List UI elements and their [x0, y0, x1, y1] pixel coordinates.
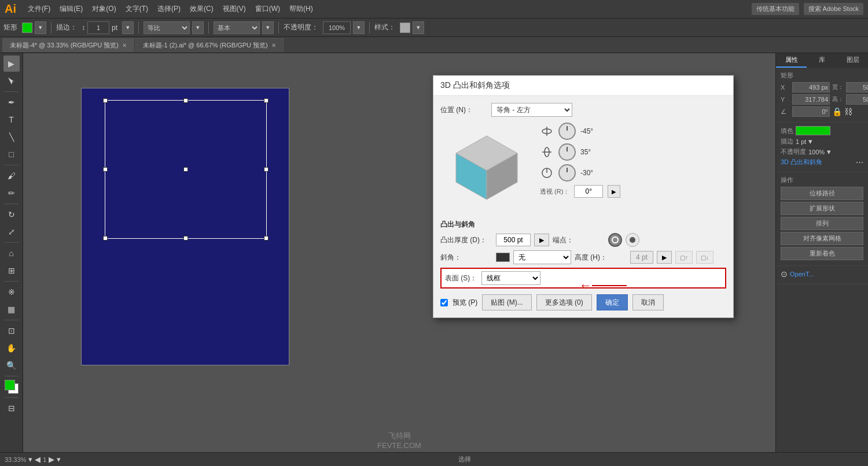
opacity-btn[interactable]: ▾: [353, 21, 365, 34]
tool-free-transform[interactable]: ⊞: [3, 262, 20, 279]
tool-rect[interactable]: □: [3, 146, 20, 162]
rp-w-input[interactable]: [846, 82, 868, 93]
tool-pen[interactable]: ✒: [3, 94, 20, 110]
rp-x-input[interactable]: [792, 82, 830, 93]
tab-0[interactable]: 未标题-4* @ 33.33% (RGB/GPU 预览) ✕: [2, 38, 134, 52]
cancel-button[interactable]: 取消: [632, 294, 664, 310]
extrude-depth-arrow[interactable]: ▶: [534, 234, 549, 246]
handle-br[interactable]: [264, 236, 269, 241]
page-down-btn[interactable]: ▾: [57, 455, 61, 464]
rp-btn-expand[interactable]: 扩展形状: [781, 202, 863, 215]
handle-ml[interactable]: [103, 167, 108, 172]
rp-btn-align-pixel[interactable]: 对齐像素网格: [781, 232, 863, 245]
rp-stroke-arrow[interactable]: ▾: [808, 137, 812, 146]
next-page-btn[interactable]: ▶: [49, 455, 54, 464]
y-dial[interactable]: [558, 143, 576, 161]
rp-btn-arrange[interactable]: 排列: [781, 217, 863, 230]
rp-tab-properties[interactable]: 属性: [776, 53, 807, 68]
bevel-row: 斜角： 无 高度 (H)： ▶ ▢↑ ▢↓: [440, 250, 726, 264]
rp-btn-offset[interactable]: 位移路径: [781, 187, 863, 200]
handle-bm[interactable]: [183, 236, 188, 241]
basic-preset-select[interactable]: 基本: [214, 21, 260, 34]
tool-warp[interactable]: ⌂: [3, 245, 20, 261]
cap-open-btn[interactable]: [608, 233, 622, 247]
rp-opacity-arrow[interactable]: ▾: [827, 147, 831, 156]
fill-color-box[interactable]: [22, 23, 32, 33]
tab-1-close[interactable]: ✕: [271, 42, 276, 49]
zoom-down-btn[interactable]: ▾: [28, 455, 32, 464]
extrude-depth-input[interactable]: [496, 234, 531, 246]
menu-select[interactable]: 选择(P): [153, 2, 185, 16]
menu-help[interactable]: 帮助(H): [285, 2, 318, 16]
tool-rotate[interactable]: ↻: [3, 206, 20, 223]
tool-column-chart[interactable]: ▦: [3, 301, 20, 317]
tool-zoom[interactable]: 🔍: [3, 357, 20, 373]
stroke-down-btn[interactable]: ▾: [122, 21, 134, 34]
tab-0-close[interactable]: ✕: [122, 42, 127, 49]
tool-slice[interactable]: ⊡: [3, 323, 20, 339]
line-preset-select[interactable]: 等比: [144, 21, 190, 34]
tool-select[interactable]: ▶: [3, 56, 20, 72]
handle-tl[interactable]: [103, 98, 108, 103]
z-dial[interactable]: [558, 164, 576, 182]
tab-1[interactable]: 未标题-1 (2).ai* @ 66.67% (RGB/GPU 预览) ✕: [135, 38, 284, 52]
bevel-btn2[interactable]: ▢↓: [696, 251, 713, 264]
dialog-position-select[interactable]: 等角 - 左方: [491, 103, 572, 117]
stock-search-button[interactable]: 搜索 Adobe Stock: [804, 3, 863, 15]
menu-effect[interactable]: 效果(C): [185, 2, 218, 16]
tool-paintbrush[interactable]: 🖌: [3, 168, 20, 184]
menu-view[interactable]: 视图(V): [218, 2, 251, 16]
workspace-button[interactable]: 传统基本功能: [752, 3, 799, 15]
handle-mm[interactable]: [183, 167, 188, 172]
rp-angle-input[interactable]: [792, 106, 830, 117]
tool-hand[interactable]: ✋: [3, 340, 20, 356]
handle-tr[interactable]: [264, 98, 269, 103]
handle-bl[interactable]: [103, 236, 108, 241]
rp-tab-layers[interactable]: 图层: [837, 53, 868, 68]
line-preset-btn[interactable]: ▾: [192, 21, 204, 34]
rp-tab-library[interactable]: 库: [807, 53, 837, 68]
x-dial[interactable]: [558, 123, 576, 140]
menu-window[interactable]: 窗口(W): [251, 2, 285, 16]
opacity-input[interactable]: [323, 21, 351, 34]
ok-button[interactable]: 确定: [597, 294, 628, 310]
bevel-btn1[interactable]: ▢↑: [675, 251, 693, 264]
menu-text[interactable]: 文字(T): [121, 2, 153, 16]
menu-file[interactable]: 文件(F): [23, 2, 55, 16]
rp-btn-recolor[interactable]: 重新着色: [781, 247, 863, 260]
more-options-button[interactable]: 更多选项 (0): [536, 294, 592, 310]
tool-direct-select[interactable]: [3, 73, 20, 89]
color-indicator[interactable]: [3, 379, 20, 395]
perspective-input[interactable]: [574, 185, 603, 198]
fg-color-swatch[interactable]: [5, 380, 15, 390]
tool-symbol[interactable]: ※: [3, 284, 20, 300]
height-input[interactable]: [630, 251, 653, 264]
handle-mr[interactable]: [264, 167, 269, 172]
menu-object[interactable]: 对象(O): [87, 2, 120, 16]
style-color-box[interactable]: [400, 23, 410, 33]
perspective-btn[interactable]: ▶: [608, 185, 620, 198]
height-arrow[interactable]: ▶: [657, 251, 672, 264]
prev-page-btn[interactable]: ◀: [35, 455, 41, 464]
stroke-width-input[interactable]: [87, 21, 109, 34]
map-button[interactable]: 贴图 (M)...: [482, 294, 531, 310]
rp-fill-color[interactable]: [796, 126, 830, 135]
tool-change-screen[interactable]: ⊟: [3, 400, 20, 416]
fill-arrow[interactable]: ▾: [35, 21, 46, 34]
cap-closed-btn[interactable]: [626, 233, 639, 247]
tool-pencil[interactable]: ✏: [3, 185, 20, 201]
rp-h-input[interactable]: [846, 94, 868, 105]
menu-edit[interactable]: 编辑(E): [55, 2, 87, 16]
rp-y-input[interactable]: [792, 94, 830, 105]
style-btn[interactable]: ▾: [413, 21, 424, 34]
rp-effect-more[interactable]: ⋯: [856, 158, 863, 167]
tool-line[interactable]: ╲: [3, 129, 20, 145]
preview-checkbox[interactable]: [440, 299, 448, 306]
tool-type[interactable]: T: [3, 112, 20, 128]
tool-scale[interactable]: ⤢: [3, 224, 20, 240]
bevel-select[interactable]: 无: [513, 250, 571, 264]
dialog-3d-cube[interactable]: [440, 123, 533, 215]
handle-tm[interactable]: [183, 98, 188, 103]
basic-preset-btn[interactable]: ▾: [262, 21, 274, 34]
surface-select[interactable]: 线框 无底纹 扩散底纹 塑料效果底纹: [481, 271, 540, 285]
